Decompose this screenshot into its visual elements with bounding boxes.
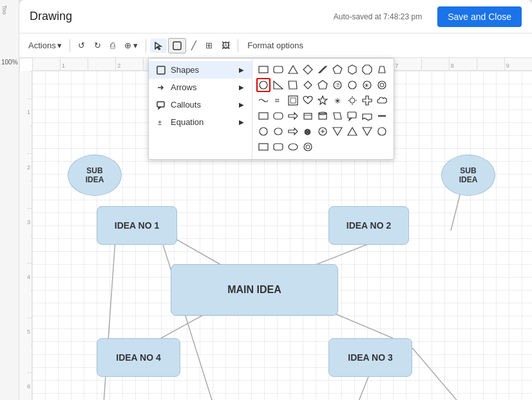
wave-shape[interactable] xyxy=(256,93,271,108)
x-shape[interactable]: ⊗ xyxy=(301,124,315,138)
toolbar: Actions ▾ ↺ ↻ ⎙ ⊕ ▾ ╱ ⊞ 🖼 Format options… xyxy=(19,33,532,58)
crop-button[interactable]: ⊞ xyxy=(202,38,216,53)
image-button[interactable]: 🖼 xyxy=(218,38,234,53)
shapes-row-2: ⑦ ⑧ xyxy=(256,78,390,92)
rect-shape[interactable] xyxy=(256,62,271,77)
circle-8-shape[interactable] xyxy=(345,78,359,92)
cylinder-shape[interactable] xyxy=(316,109,330,123)
shapes-row-3: ⌗ ✳ xyxy=(256,93,390,108)
callout-shape[interactable] xyxy=(345,109,359,123)
rect3-shape[interactable] xyxy=(301,109,315,123)
delta-shape[interactable] xyxy=(345,124,359,138)
shapes-row-5: ⊗ xyxy=(256,124,390,138)
svg-rect-3 xyxy=(157,102,164,107)
rounded4-shape[interactable] xyxy=(271,140,285,154)
shapes-menu-item[interactable]: Shapes ▶ xyxy=(149,61,252,79)
circle-9-shape[interactable]: ⑧ xyxy=(360,78,374,92)
undo-button[interactable]: ↺ xyxy=(74,38,89,53)
idea4-box[interactable]: IDEA NO 4 xyxy=(97,338,180,377)
arrow-shape[interactable] xyxy=(286,109,300,123)
ring2-shape[interactable] xyxy=(301,140,315,154)
rect2-shape[interactable] xyxy=(256,109,271,123)
line-button[interactable]: ╱ xyxy=(187,38,200,53)
ellipse2-shape[interactable] xyxy=(286,140,300,154)
arrows-menu-item[interactable]: Arrows ▶ xyxy=(149,79,252,96)
sun-shape[interactable] xyxy=(345,93,359,108)
idea1-box[interactable]: IDEA NO 1 xyxy=(97,206,177,245)
octagon-shape[interactable] xyxy=(360,62,374,77)
svg-rect-28 xyxy=(290,98,296,103)
parallelogram2-shape[interactable] xyxy=(286,78,300,92)
pentagon-shape[interactable] xyxy=(330,62,345,77)
rect4-shape[interactable] xyxy=(256,140,271,154)
triangle2-shape[interactable] xyxy=(330,124,345,138)
circle-no-shape[interactable]: ⑦ xyxy=(330,78,345,92)
parallelogram3-shape[interactable] xyxy=(330,109,345,123)
rounded2-shape[interactable] xyxy=(271,109,285,123)
circle-shape[interactable] xyxy=(256,78,271,92)
dropdown-left-panel: Shapes ▶ Arrows ▶ Callouts ▶ ± Equation … xyxy=(149,59,252,159)
trapezoid-shape[interactable] xyxy=(375,62,389,77)
svg-marker-52 xyxy=(348,128,357,135)
zoom-button[interactable]: ⊕ ▾ xyxy=(120,38,142,53)
brace-shape[interactable]: ⌗ xyxy=(271,93,285,108)
heart-shape[interactable] xyxy=(301,93,315,108)
svg-rect-27 xyxy=(289,96,298,105)
actions-button[interactable]: Actions ▾ xyxy=(24,38,66,53)
cross-shape[interactable] xyxy=(360,93,374,108)
svg-text:±: ± xyxy=(158,119,162,126)
right-arrow-shape[interactable] xyxy=(286,124,300,138)
idea3-box[interactable]: IDEA NO 3 xyxy=(328,338,412,377)
right-triangle-shape[interactable] xyxy=(271,78,285,92)
svg-text:⑧: ⑧ xyxy=(365,83,368,88)
format-options-label: Format options xyxy=(247,41,303,50)
svg-marker-18 xyxy=(318,81,327,89)
rounded-rect-shape[interactable] xyxy=(271,62,285,77)
parallelogram-shape[interactable] xyxy=(316,62,330,77)
star5-shape[interactable] xyxy=(316,93,330,108)
rounded3-shape[interactable] xyxy=(271,124,285,138)
svg-point-24 xyxy=(378,81,386,89)
shapes-tool-button[interactable] xyxy=(168,38,186,53)
callouts-menu-item[interactable]: Callouts ▶ xyxy=(149,96,252,113)
sub-idea-6[interactable]: SUBIDEA xyxy=(441,155,495,196)
frame-shape[interactable] xyxy=(286,93,300,108)
minus-shape[interactable] xyxy=(375,109,389,123)
svg-point-14 xyxy=(260,81,267,89)
shapes-row-4 xyxy=(256,109,390,123)
lightning-shape[interactable]: ✳ xyxy=(330,93,345,108)
hexagon-shape[interactable] xyxy=(345,62,359,77)
svg-rect-54 xyxy=(259,144,268,150)
main-idea-box[interactable]: MAIN IDEA xyxy=(171,264,338,316)
svg-text:✳: ✳ xyxy=(334,97,341,106)
svg-marker-17 xyxy=(304,81,312,89)
svg-text:⊗: ⊗ xyxy=(304,127,311,137)
idea2-box[interactable]: IDEA NO 2 xyxy=(328,206,409,245)
cloud-shape[interactable] xyxy=(375,93,389,108)
circle2-shape[interactable] xyxy=(256,124,271,138)
blob-shape[interactable] xyxy=(375,124,389,138)
svg-marker-53 xyxy=(363,128,372,135)
redo-button[interactable]: ↻ xyxy=(90,38,105,53)
triangle-shape[interactable] xyxy=(286,62,300,77)
save-close-button[interactable]: Save and Close xyxy=(437,6,522,27)
print-button[interactable]: ⎙ xyxy=(106,38,119,53)
pentagon2-shape[interactable] xyxy=(316,78,330,92)
svg-point-57 xyxy=(304,143,312,151)
svg-point-25 xyxy=(380,83,384,87)
svg-point-31 xyxy=(350,98,355,103)
svg-point-21 xyxy=(348,81,356,89)
wave2-shape[interactable] xyxy=(360,109,374,123)
nabla-shape[interactable] xyxy=(360,124,374,138)
diamond-shape[interactable] xyxy=(301,62,315,77)
rhombus-shape[interactable] xyxy=(301,78,315,92)
separator-3 xyxy=(238,39,238,52)
equation-menu-item[interactable]: ± Equation ▶ xyxy=(149,113,252,131)
shapes-dropdown: Shapes ▶ Arrows ▶ Callouts ▶ ± Equation … xyxy=(148,58,394,160)
ring-shape[interactable] xyxy=(375,78,389,92)
sub-idea-5[interactable]: SUBIDEA xyxy=(68,155,122,196)
plus-circle-shape[interactable] xyxy=(316,124,330,138)
svg-rect-37 xyxy=(274,113,283,119)
ruler-vertical: 1 2 3 4 5 6 xyxy=(19,71,32,400)
select-button[interactable] xyxy=(150,39,167,53)
